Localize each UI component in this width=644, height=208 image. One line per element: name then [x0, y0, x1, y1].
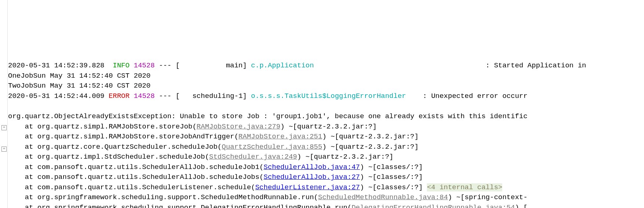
stack-frame: at org.springframework.scheduling.suppor… — [8, 204, 528, 208]
source-link[interactable]: RAMJobStore.java:279 — [197, 123, 280, 131]
log-separator: : — [406, 92, 431, 100]
stack-frame: at org.quartz.impl.StdScheduler.schedule… — [8, 153, 393, 161]
timestamp: 2020-05-31 14:52:39.828 — [8, 61, 113, 70]
frame-prefix: at org.quartz.core.QuartzScheduler.sched… — [8, 143, 222, 151]
logger-name: o.s.s.s.TaskUtils$LoggingErrorHandler — [251, 92, 406, 100]
log-thread: --- [ main] — [155, 61, 251, 70]
log-thread: --- [ scheduling-1] — [155, 92, 251, 100]
stack-frame: at com.pansoft.quartz.utils.SchedulerAll… — [8, 163, 423, 171]
frame-prefix: at com.pansoft.quartz.utils.SchedulerAll… — [8, 173, 264, 181]
source-link[interactable]: SchedulerAllJob.java:27 — [264, 173, 360, 181]
frame-prefix: at com.pansoft.quartz.utils.SchedulerAll… — [8, 163, 264, 171]
log-line: 2020-05-31 14:52:39.828 INFO 14528 --- [… — [8, 61, 586, 70]
logger-name: c.p.Application — [251, 61, 314, 70]
fold-expand-icon[interactable]: + — [1, 125, 7, 130]
exception-line: org.quartz.ObjectAlreadyExistsException:… — [8, 112, 528, 120]
source-link[interactable]: RAMJobStore.java:251 — [238, 133, 322, 141]
log-message: Started Application in — [494, 61, 586, 70]
console-output: 2020-05-31 14:52:39.828 INFO 14528 --- [… — [8, 61, 644, 208]
stack-frame: at com.pansoft.quartz.utils.SchedulerAll… — [8, 173, 423, 181]
frame-prefix: at org.quartz.impl.StdScheduler.schedule… — [8, 153, 209, 161]
frame-suffix: ) ~[quartz-2.3.2.jar:?] — [322, 143, 418, 151]
frame-prefix: at org.quartz.simpl.RAMJobStore.storeJob… — [8, 123, 197, 131]
frame-suffix: ) ~[quartz-2.3.2.jar:?] — [297, 153, 393, 161]
log-line: OneJobSun May 31 14:52:40 CST 2020 — [8, 72, 151, 80]
log-separator: : — [314, 61, 494, 70]
frame-suffix: ) [ — [515, 204, 528, 208]
frame-suffix: ) ~[spring-context- — [448, 193, 528, 201]
process-id: 14528 — [130, 92, 155, 100]
frame-suffix: ) ~[quartz-2.3.2.jar:?] — [280, 123, 377, 131]
source-link[interactable]: SchedulerAllJob.java:47 — [264, 163, 360, 171]
log-line: 2020-05-31 14:52:44.009 ERROR 14528 --- … — [8, 92, 528, 100]
internal-calls-badge[interactable]: <4 internal calls> — [427, 183, 502, 191]
stack-frame: at org.quartz.simpl.RAMJobStore.storeJob… — [8, 133, 418, 141]
process-id: 14528 — [130, 61, 155, 70]
editor-gutter: + + — [0, 0, 8, 208]
stack-frame: at org.springframework.scheduling.suppor… — [8, 193, 528, 201]
fold-expand-icon[interactable]: + — [1, 147, 7, 152]
frame-suffix: ) ~[classes/:?] — [360, 173, 423, 181]
log-level-info: INFO — [113, 61, 130, 70]
source-link[interactable]: QuartzScheduler.java:855 — [222, 143, 323, 151]
frame-prefix: at org.springframework.scheduling.suppor… — [8, 193, 318, 201]
frame-suffix: ) ~[quartz-2.3.2.jar:?] — [322, 133, 418, 141]
log-line: TwoJobSun May 31 14:52:40 CST 2020 — [8, 82, 151, 90]
log-level-error: ERROR — [109, 92, 130, 100]
frame-suffix: ) ~[classes/:?] — [360, 183, 427, 191]
frame-suffix: ) ~[classes/:?] — [360, 163, 423, 171]
frame-prefix: at com.pansoft.quartz.utils.SchedulerLis… — [8, 183, 255, 191]
source-link[interactable]: DelegatingErrorHandlingRunnable.java:54 — [352, 204, 515, 208]
log-message: Unexpected error occurr — [431, 92, 528, 100]
timestamp: 2020-05-31 14:52:44.009 — [8, 92, 109, 100]
stack-frame: at com.pansoft.quartz.utils.SchedulerLis… — [8, 183, 502, 191]
source-link[interactable]: SchedulerListener.java:27 — [255, 183, 360, 191]
stack-frame: at org.quartz.core.QuartzScheduler.sched… — [8, 143, 418, 151]
frame-prefix: at org.quartz.simpl.RAMJobStore.storeJob… — [8, 133, 238, 141]
source-link[interactable]: StdScheduler.java:249 — [209, 153, 297, 161]
frame-prefix: at org.springframework.scheduling.suppor… — [8, 204, 352, 208]
source-link[interactable]: ScheduledMethodRunnable.java:84 — [318, 193, 448, 201]
stack-frame: at org.quartz.simpl.RAMJobStore.storeJob… — [8, 123, 377, 131]
